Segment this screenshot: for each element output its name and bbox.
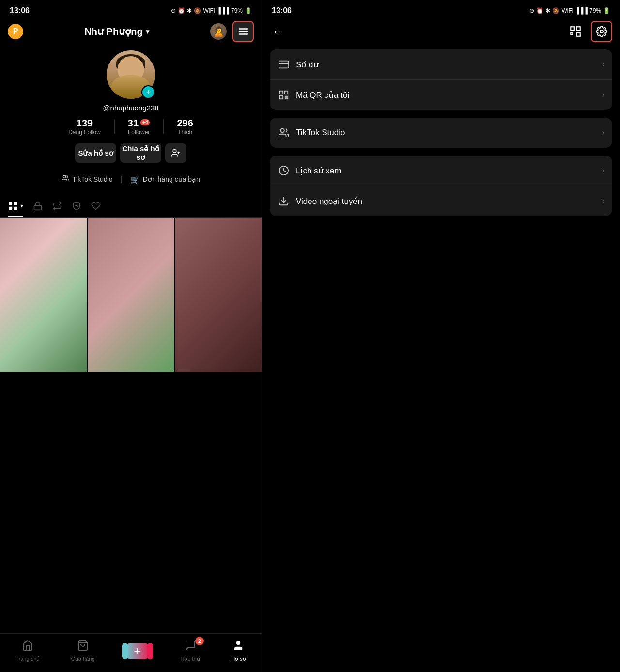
nav-item-shop[interactable]: Cửa hàng [71, 640, 95, 662]
cart-icon: 🛒 [130, 175, 140, 184]
nav-title[interactable]: Như Phượng ▾ [84, 26, 149, 37]
svg-point-3 [173, 150, 176, 153]
shortcut-tiktok-studio[interactable]: TikTok Studio [62, 174, 113, 184]
stat-followers-number: 31 +4 [128, 118, 150, 129]
video-thumb-2[interactable] [88, 218, 174, 372]
nav-logo: P [8, 24, 23, 39]
stat-following-label: Đang Follow [68, 129, 101, 136]
status-time-right: 13:06 [272, 6, 292, 15]
tab-liked[interactable] [91, 196, 101, 217]
chevron-right-icon-2: › [602, 91, 604, 99]
menu-item-video-offline[interactable]: Video ngoại tuyến › [270, 186, 612, 216]
studio-icon [62, 174, 69, 184]
inbox-badge: 2 [195, 637, 204, 645]
signal-icon-right: ▐▐▐ [575, 7, 588, 14]
nav-profile-label: Hồ sơ [231, 656, 246, 662]
stat-following-number: 139 [77, 118, 93, 129]
nav-item-create[interactable]: + [126, 643, 149, 659]
nav-inbox-label: Hộp thư [180, 656, 200, 662]
menu-section-3: Lịch sử xem › Video ngoại tuyến › [270, 156, 612, 216]
svg-rect-7 [9, 202, 12, 205]
alarm-icon-right: ⏰ [536, 7, 543, 14]
bluetooth-icon: ✱ [187, 7, 192, 14]
mute-icon: 🔕 [194, 7, 201, 14]
chevron-down-icon: ▾ [146, 28, 149, 35]
svg-rect-21 [280, 91, 283, 94]
video-thumb-3[interactable] [175, 218, 262, 372]
back-button[interactable]: ← [270, 22, 286, 41]
battery-right: 79% [589, 7, 601, 14]
svg-rect-26 [285, 98, 286, 99]
svg-rect-15 [571, 27, 574, 31]
scan-qr-button[interactable] [566, 22, 585, 41]
right-nav-actions [566, 21, 612, 42]
video-thumb-1[interactable] [0, 218, 87, 372]
signal-icon: ▐▐▐ [217, 7, 229, 14]
create-button[interactable]: + [126, 643, 149, 659]
svg-rect-16 [576, 27, 580, 31]
ma-qr-label: Mã QR của tôi [296, 90, 349, 100]
profile-username: @nhuphuong238 [103, 104, 158, 112]
inbox-icon [185, 640, 196, 654]
nav-shop-label: Cửa hàng [71, 656, 95, 662]
shop-icon [77, 640, 89, 654]
username-title: Như Phượng [84, 26, 142, 37]
hamburger-button[interactable] [232, 21, 254, 42]
shortcut-orders[interactable]: 🛒 Đơn hàng của bạn [130, 175, 200, 184]
menu-item-ma-qr[interactable]: Mã QR của tôi › [270, 80, 612, 110]
mute-icon-right: 🔕 [552, 7, 559, 14]
menu-item-ma-qr-left: Mã QR của tôi [278, 89, 349, 101]
battery-icon-right: 🔋 [603, 7, 610, 14]
menu-item-tiktok-studio[interactable]: TikTok Studio › [270, 118, 612, 148]
svg-rect-25 [287, 96, 288, 97]
shortcut-divider: | [121, 175, 123, 184]
tab-dropdown-icon: ▾ [20, 203, 23, 209]
video-grid [0, 218, 262, 633]
menu-item-lich-su-xem[interactable]: Lịch sử xem › [270, 156, 612, 186]
avatar-nav[interactable]: 🙎 [210, 23, 227, 40]
stat-following[interactable]: 139 Đang Follow [55, 118, 114, 136]
status-minus-left: ⊖ [171, 7, 176, 14]
stat-likes-label: Thích [178, 129, 192, 136]
nav-item-home[interactable]: Trang chủ [16, 640, 40, 662]
edit-profile-button[interactable]: Sửa hồ sơ [75, 143, 116, 163]
chevron-right-icon-4: › [602, 166, 604, 175]
avatar-plus-button[interactable]: + [141, 85, 155, 99]
avatar-container: + [107, 50, 155, 99]
stat-likes[interactable]: 296 Thích [163, 118, 206, 136]
stats-row: 139 Đang Follow 31 +4 Follower 296 Thích [0, 118, 262, 136]
tab-private[interactable] [33, 196, 43, 217]
status-minus-right: ⊖ [529, 7, 534, 14]
add-friend-button[interactable] [165, 143, 186, 163]
svg-rect-11 [34, 205, 42, 210]
tab-tagged[interactable] [72, 196, 81, 217]
share-profile-button[interactable]: Chia sẻ hồ sơ [120, 143, 161, 163]
nav-home-label: Trang chủ [16, 656, 40, 662]
chevron-right-icon-5: › [602, 197, 604, 205]
battery-left: 79% [231, 7, 243, 14]
left-panel: 13:06 ⊖ ⏰ ✱ 🔕 WiFi ▐▐▐ 79% 🔋 P Như Phượn… [0, 0, 262, 672]
followers-badge: +4 [140, 119, 150, 125]
nav-right: 🙎 [210, 21, 254, 42]
avatar-placeholder: 🙎 [213, 26, 225, 37]
tiktok-studio-label: TikTok Studio [296, 128, 345, 138]
tab-repost[interactable] [52, 196, 62, 217]
nav-item-profile[interactable]: Hồ sơ [231, 640, 246, 662]
menu-item-so-du[interactable]: Số dư › [270, 49, 612, 80]
qr-icon [278, 89, 290, 101]
wallet-icon [278, 58, 290, 71]
tabs-row: ▾ [0, 196, 262, 218]
right-top-nav: ← [262, 19, 620, 46]
right-panel: 13:06 ⊖ ⏰ ✱ 🔕 WiFi ▐▐▐ 79% 🔋 ← [262, 0, 620, 672]
stat-followers[interactable]: 31 +4 Follower [114, 118, 164, 136]
svg-rect-8 [14, 202, 17, 205]
shortcuts-row: TikTok Studio | 🛒 Đơn hàng của bạn [54, 171, 208, 188]
settings-button[interactable] [591, 21, 612, 42]
status-bar-right: 13:06 ⊖ ⏰ ✱ 🔕 WiFi ▐▐▐ 79% 🔋 [262, 0, 620, 19]
svg-point-14 [236, 641, 240, 645]
svg-rect-17 [576, 32, 580, 36]
nav-item-inbox[interactable]: 2 Hộp thư [180, 640, 200, 662]
stat-likes-number: 296 [177, 118, 193, 129]
menu-section-2: TikTok Studio › [270, 118, 612, 148]
tab-videos[interactable]: ▾ [8, 196, 23, 217]
